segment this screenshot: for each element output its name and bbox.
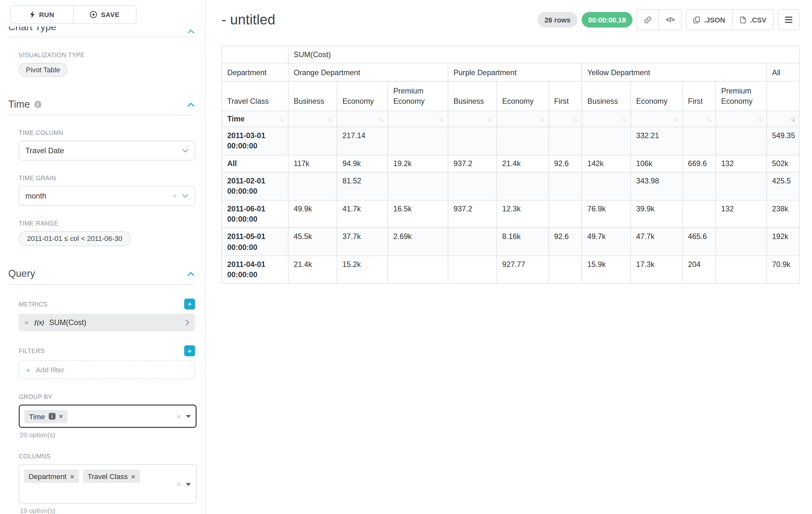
chevron-up-icon[interactable] <box>187 102 195 107</box>
sort-down-arrow: ↓ <box>330 116 332 122</box>
data-cell: 19.2k <box>388 155 448 172</box>
group-by-select[interactable]: Time i × × <box>19 404 196 428</box>
sort-header[interactable]: ↑↓ <box>582 111 631 127</box>
data-cell: 343.98 <box>631 172 683 200</box>
remove-metric-icon[interactable]: × <box>24 318 29 327</box>
sort-up-arrow: ↑ <box>439 116 441 122</box>
save-button[interactable]: SAVE <box>73 6 136 23</box>
data-cell: 15.9k <box>582 256 631 284</box>
function-icon: ƒ(x) <box>34 319 44 325</box>
sort-cell: ↑↓ <box>772 114 795 124</box>
data-cell: 2.69k <box>388 228 448 256</box>
remove-tag-icon[interactable]: × <box>131 472 135 480</box>
sort-icon[interactable]: ↑↓ <box>757 116 762 122</box>
sort-icon[interactable]: ↑↓ <box>378 116 383 122</box>
metric-item[interactable]: × ƒ(x) SUM(Cost) <box>19 314 195 331</box>
data-cell: 204 <box>683 256 716 284</box>
sort-down-arrow: ↓ <box>542 116 544 122</box>
sort-descending-icon[interactable]: ↑↓ <box>789 115 794 123</box>
travel-class-header: Business <box>448 81 497 111</box>
copy-link-button[interactable] <box>637 9 659 30</box>
columns-select[interactable]: Department × Travel Class × × <box>19 464 196 504</box>
remove-tag-icon[interactable]: × <box>59 412 63 420</box>
data-cell: 41.7k <box>337 200 388 228</box>
sort-icon[interactable]: ↑↓ <box>328 116 332 122</box>
time-grain-select[interactable]: month × <box>19 186 195 206</box>
sort-header[interactable]: ↑↓ <box>716 111 766 127</box>
sort-icon[interactable]: ↑↓ <box>573 116 577 122</box>
data-cell: 70.9k <box>767 256 800 284</box>
sort-header[interactable]: ↑↓ <box>337 111 388 127</box>
sort-header[interactable]: ↑↓ <box>497 111 549 127</box>
time-section-heading: Time <box>8 99 30 110</box>
plus-circle-icon <box>90 11 97 18</box>
data-cell: 238k <box>767 200 800 228</box>
menu-button[interactable] <box>778 9 800 30</box>
row-header: 2011-03-01 00:00:00 <box>222 127 288 155</box>
sort-header[interactable]: ↑↓ <box>448 111 497 127</box>
travel-class-header: Economy <box>497 81 549 111</box>
row-count-badge: 26 rows <box>538 12 577 27</box>
sort-down-arrow: ↓ <box>381 116 383 122</box>
add-filter-plus-button[interactable]: + <box>184 345 195 356</box>
add-filter-label: Add filter <box>36 366 64 374</box>
caret-down-icon[interactable] <box>186 415 191 418</box>
columns-tag[interactable]: Travel Class × <box>83 469 140 483</box>
sort-icon[interactable]: ↑↓ <box>279 116 283 122</box>
time-section-header[interactable]: Time i <box>8 99 195 115</box>
travel-class-header: Economy <box>631 81 683 111</box>
table-row: All117k94.9k19.2k937.221.4k92.6142k106k6… <box>222 155 799 172</box>
embed-code-button[interactable]: </> <box>659 9 682 30</box>
travel-class-header: Economy <box>337 81 388 111</box>
query-section-header[interactable]: Query <box>8 268 195 285</box>
sort-icon[interactable]: ↑↓ <box>539 116 544 122</box>
data-cell <box>388 256 448 284</box>
sort-icon[interactable]: ↑↓ <box>706 116 711 122</box>
csv-label: .CSV <box>750 16 766 23</box>
sort-header[interactable]: ↑↓ <box>549 111 582 127</box>
sort-header[interactable]: Time↑↓ <box>222 111 288 127</box>
clear-icon[interactable]: × <box>172 192 177 199</box>
sort-down-arrow: ↓ <box>281 116 283 122</box>
download-json-button[interactable]: .JSON <box>686 9 732 30</box>
sort-icon[interactable]: ↑↓ <box>488 116 492 122</box>
group-by-tag[interactable]: Time i × <box>24 410 67 423</box>
sort-header[interactable]: ↑↓ <box>631 111 683 127</box>
visualization-type-value[interactable]: Pivot Table <box>19 63 67 77</box>
data-cell <box>448 127 497 155</box>
run-button[interactable]: RUN <box>11 6 73 23</box>
sort-icon[interactable]: ↑↓ <box>673 116 678 122</box>
sort-icon[interactable]: ↑↓ <box>621 116 626 122</box>
sort-header[interactable]: ↑↓ <box>683 111 716 127</box>
metric-header-cell: SUM(Cost) <box>288 46 799 63</box>
caret-down-icon[interactable] <box>186 483 191 486</box>
download-csv-button[interactable]: .CSV <box>732 9 774 30</box>
clear-all-icon[interactable]: × <box>176 480 181 488</box>
table-row: 2011-06-01 00:00:0049.9k41.7k16.5k937.21… <box>222 200 799 228</box>
sort-down-arrow: ↓ <box>575 116 577 122</box>
data-cell: 937.2 <box>448 200 497 228</box>
department-corner-cell: Department <box>222 63 288 81</box>
data-cell: 132 <box>716 200 766 228</box>
chevron-up-icon[interactable] <box>187 26 195 33</box>
columns-tag[interactable]: Department × <box>24 469 79 483</box>
data-cell <box>448 256 497 284</box>
chevron-up-icon[interactable] <box>187 271 195 276</box>
sort-icon[interactable]: ↑↓ <box>439 116 443 122</box>
sort-header[interactable]: ↑↓ <box>388 111 448 127</box>
metric-value: SUM(Cost) <box>49 318 86 327</box>
chart-title[interactable]: - untitled <box>222 11 275 28</box>
clear-all-icon[interactable]: × <box>176 412 181 420</box>
sort-header[interactable]: ↑↓ <box>767 111 800 127</box>
query-section-heading: Query <box>8 268 35 279</box>
time-range-value[interactable]: 2011-01-01 ≤ col < 2011-06-30 <box>19 231 130 246</box>
hamburger-icon <box>784 16 793 23</box>
time-column-select[interactable]: Travel Date <box>19 141 195 160</box>
add-filter-button[interactable]: + Add filter <box>19 360 195 379</box>
sort-header[interactable]: ↑↓ <box>288 111 337 127</box>
chevron-right-icon[interactable] <box>185 319 190 325</box>
add-metric-button[interactable]: + <box>184 299 195 310</box>
data-cell: 669.6 <box>683 155 716 172</box>
sort-up-arrow: ↑ <box>279 116 281 122</box>
remove-tag-icon[interactable]: × <box>70 472 74 480</box>
